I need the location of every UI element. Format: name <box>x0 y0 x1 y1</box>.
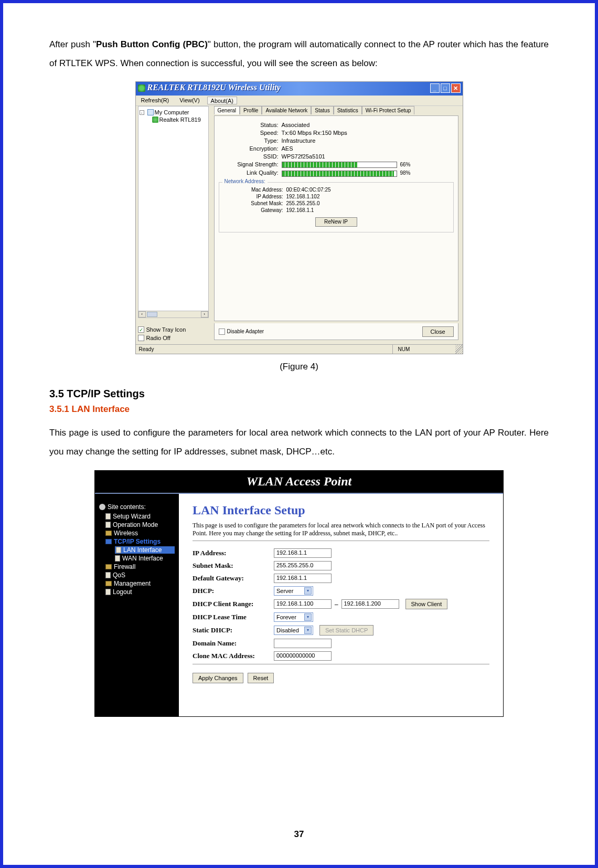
range-dash: – <box>335 600 338 608</box>
page-icon <box>105 572 111 578</box>
section-3-5-title: 3.5 TCP/IP Settings <box>49 388 549 400</box>
nav-qos[interactable]: QoS <box>113 571 125 579</box>
chevron-down-icon: ▾ <box>304 613 312 621</box>
pbc-bold: Push Button Config (PBC) <box>96 39 208 49</box>
close-button[interactable]: Close <box>422 326 454 337</box>
domain-name-label: Domain Name: <box>193 639 274 648</box>
nav-setup-wizard[interactable]: Setup Wizard <box>113 513 151 520</box>
domain-name-input[interactable] <box>274 639 332 648</box>
menu-view[interactable]: View(V) <box>176 97 202 104</box>
tab-status[interactable]: Status <box>311 106 333 114</box>
show-client-button[interactable]: Show Client <box>405 599 448 609</box>
tree-scrollbar[interactable]: ‹ › <box>138 311 209 318</box>
tree-child[interactable]: Realtek RTL819 <box>159 117 201 123</box>
nav-title: Site contents: <box>108 503 146 511</box>
signal-bar <box>282 162 397 168</box>
lease-time-select[interactable]: Forever▾ <box>274 612 313 622</box>
type-value: Infrastructure <box>282 137 454 144</box>
nav-wireless[interactable]: Wireless <box>114 530 138 537</box>
renew-ip-button[interactable]: ReNew IP <box>315 217 357 227</box>
folder-icon <box>105 564 112 569</box>
default-gateway-label: Default Gateway: <box>193 574 274 583</box>
page-icon <box>115 555 120 562</box>
mac-value: 00:E0:4C:0C:07:25 <box>286 187 331 193</box>
status-label: Status: <box>219 122 282 128</box>
mac-label: Mac Address: <box>223 187 286 193</box>
tab-wps[interactable]: Wi-Fi Protect Setup <box>362 106 415 114</box>
app-icon <box>138 84 145 92</box>
ip-address-label: IP Address: <box>193 549 274 557</box>
disable-adapter-checkbox[interactable] <box>219 329 225 335</box>
network-address-title: Network Address: <box>222 178 268 184</box>
menu-about[interactable]: About(A) <box>207 97 237 104</box>
radio-checkbox[interactable] <box>138 335 144 341</box>
speed-value: Tx:60 Mbps Rx:150 Mbps <box>282 130 454 136</box>
page-icon <box>105 513 111 520</box>
ip-address-input[interactable]: 192.168.1.1 <box>274 548 332 558</box>
tab-statistics[interactable]: Statistics <box>334 106 362 114</box>
tab-general[interactable]: General <box>214 106 240 114</box>
ssid-label: SSID: <box>219 153 282 160</box>
scroll-left-icon[interactable]: ‹ <box>138 311 146 317</box>
scroll-thumb[interactable] <box>147 312 157 317</box>
lan-paragraph: This page is used to configure the param… <box>49 424 549 461</box>
tree-collapse-icon[interactable]: - <box>140 110 144 115</box>
mask-value: 255.255.255.0 <box>286 200 320 206</box>
maximize-button[interactable]: □ <box>441 83 450 93</box>
status-value: Associated <box>282 122 454 128</box>
site-nav: Site contents: Setup Wizard Operation Mo… <box>95 494 179 716</box>
folder-open-icon <box>105 539 112 544</box>
close-window-button[interactable]: ✕ <box>451 83 461 93</box>
static-dhcp-select[interactable]: Disabled▾ <box>274 626 313 635</box>
dhcp-select[interactable]: Server▾ <box>274 586 313 596</box>
dhcp-label: DHCP: <box>193 587 274 595</box>
resize-grip-icon[interactable] <box>455 345 463 354</box>
page-icon <box>105 522 111 528</box>
scroll-right-icon[interactable]: › <box>201 311 208 317</box>
menu-refresh[interactable]: Refresh(R) <box>138 97 173 104</box>
tree-root[interactable]: My Computer <box>155 109 189 115</box>
tab-available-network[interactable]: Available Network <box>262 106 311 114</box>
linkquality-bar <box>282 171 397 177</box>
wlan-banner: WLAN Access Point <box>95 471 503 494</box>
nav-firewall[interactable]: Firewall <box>114 563 135 570</box>
dhcp-range-start-input[interactable]: 192.168.1.100 <box>274 599 332 609</box>
subnet-mask-input[interactable]: 255.255.255.0 <box>274 561 332 570</box>
lan-desc: This page is used to configure the param… <box>193 522 489 537</box>
nav-lan-interface[interactable]: LAN Interface <box>123 546 162 554</box>
apply-changes-button[interactable]: Apply Changes <box>193 673 243 683</box>
divider <box>193 541 489 541</box>
dhcp-range-end-input[interactable]: 192.168.1.200 <box>341 599 399 609</box>
globe-icon <box>99 504 105 510</box>
clone-mac-label: Clone MAC Address: <box>193 652 274 660</box>
figure-4-caption: (Figure 4) <box>49 362 549 372</box>
ssid-value: WPS72f25a5101 <box>282 153 454 160</box>
mask-label: Subnet Mask: <box>223 200 286 206</box>
radio-label: Radio Off <box>146 335 170 341</box>
static-dhcp-value: Disabled <box>276 627 299 633</box>
reset-button[interactable]: Reset <box>248 673 274 683</box>
nav-operation-mode[interactable]: Operation Mode <box>113 521 158 528</box>
tab-profile[interactable]: Profile <box>240 106 262 114</box>
device-tree[interactable]: -My Computer Realtek RTL819 <box>138 106 209 318</box>
tray-label: Show Tray Icon <box>146 326 186 333</box>
nav-tcpip[interactable]: TCP/IP Settings <box>114 538 161 545</box>
type-label: Type: <box>219 137 282 144</box>
nav-logout[interactable]: Logout <box>113 588 132 596</box>
signal-percent: 66% <box>400 162 411 167</box>
default-gateway-input[interactable]: 192.168.1.1 <box>274 574 332 583</box>
static-dhcp-label: Static DHCP: <box>193 626 274 634</box>
tray-checkbox[interactable]: ✓ <box>138 326 144 333</box>
folder-icon <box>105 531 112 536</box>
status-ready: Ready <box>136 346 392 352</box>
lan-setup-panel: LAN Interface Setup This page is used to… <box>179 494 503 716</box>
clone-mac-input[interactable]: 000000000000 <box>274 651 332 661</box>
linkquality-label: Link Quality: <box>219 170 282 176</box>
nav-wan-interface[interactable]: WAN Interface <box>122 555 163 562</box>
encryption-label: Encryption: <box>219 145 282 152</box>
page-number: 37 <box>3 829 595 840</box>
minimize-button[interactable]: _ <box>430 83 440 93</box>
set-static-dhcp-button[interactable]: Set Static DHCP <box>319 625 373 636</box>
page-icon <box>116 547 121 553</box>
nav-management[interactable]: Management <box>114 580 151 587</box>
